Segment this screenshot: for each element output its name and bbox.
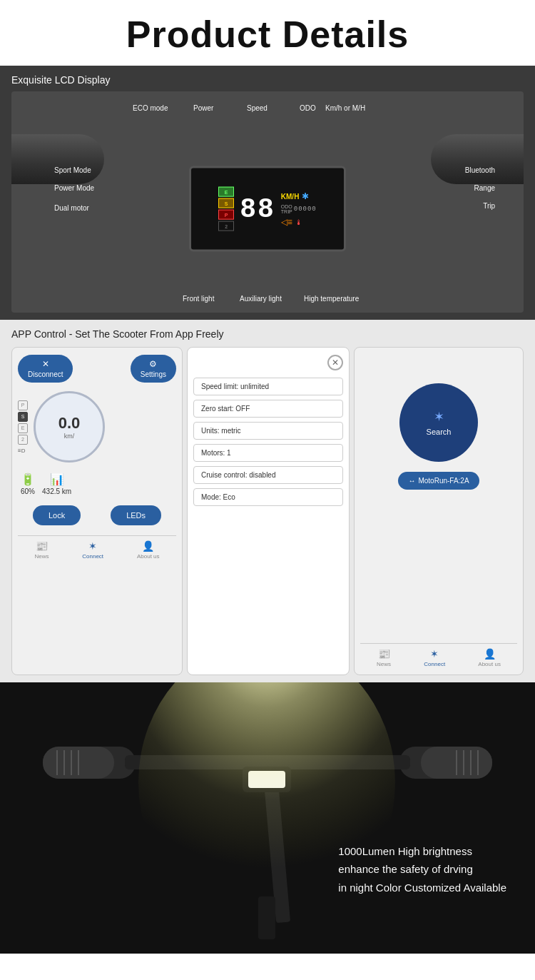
distance-stat: 📊 432.5 km <box>42 473 71 495</box>
battery-stat: 🔋 60% <box>21 473 35 495</box>
disconnect-icon: ✕ <box>42 359 49 369</box>
right-news-icon: 📰 <box>378 648 390 660</box>
lcd-section-label: Exquisite LCD Display <box>11 74 524 86</box>
ann-kmh: Km/h or M/H <box>325 104 365 112</box>
speed-unit: km/ <box>64 433 75 440</box>
handlebar-left <box>11 134 104 184</box>
battery-value: 60% <box>21 488 35 495</box>
ann-trip: Trip <box>483 202 495 210</box>
light-line1: 1000Lumen High brightness <box>338 842 506 861</box>
section-headlight: 1000Lumen High brightness enhance the sa… <box>0 682 535 954</box>
nav-connect[interactable]: ✶ Connect <box>82 540 103 560</box>
odo-label: ODOTRIP <box>281 204 292 214</box>
light-icon: ◁≡ <box>281 217 292 227</box>
mode-box-s: S <box>218 198 234 208</box>
app-section-label: APP Control - Set The Scooter From App F… <box>11 328 524 340</box>
speed-value: 0.0 <box>58 414 81 433</box>
speed-circle: 0.0 km/ <box>34 391 105 463</box>
setting-speed-limit[interactable]: Speed limit: unlimited <box>193 378 343 395</box>
lcd-mode-column: E S P 2 <box>218 187 234 231</box>
device-button[interactable]: ↔ MotoRun-FA:2A <box>398 472 479 490</box>
page-header: Product Details <box>0 0 535 66</box>
nav-news[interactable]: 📰 News <box>34 540 49 560</box>
mode-indicators: P S E 2 ≡D <box>18 400 28 454</box>
right-nav-connect-label: Connect <box>424 661 445 667</box>
svg-rect-9 <box>258 896 275 939</box>
settings-list: Speed limit: unlimited Zero start: OFF U… <box>193 378 343 506</box>
about-icon: 👤 <box>142 540 154 552</box>
disconnect-label: Disconnect <box>28 370 63 378</box>
settings-button[interactable]: ⚙ Settings <box>131 355 176 383</box>
battery-icon: 🔋 <box>21 473 35 486</box>
nav-connect-label: Connect <box>82 553 103 560</box>
close-button[interactable]: ✕ <box>327 355 343 370</box>
light-line2: enhance the safety of drving <box>338 860 506 879</box>
mode-s: S <box>18 412 28 422</box>
right-nav-news-label: News <box>377 661 391 667</box>
mode-box-e: E <box>218 187 234 197</box>
light-line3: in night Color Customized Available <box>338 879 506 897</box>
ann-power-mode: Power Mode <box>54 184 94 192</box>
ann-front-light: Front light <box>183 295 214 303</box>
section-lcd: Exquisite LCD Display E S P 2 88 KM/H ✱ <box>0 66 535 320</box>
settings-label: Settings <box>141 370 166 378</box>
right-phone-panel: ✶ Search ↔ MotoRun-FA:2A 📰 News ✶ Connec… <box>354 347 524 675</box>
right-nav-connect[interactable]: ✶ Connect <box>424 648 445 667</box>
kmh-label: KM/H <box>281 192 300 200</box>
section-app: APP Control - Set The Scooter From App F… <box>0 320 535 682</box>
ann-aux-light: Auxiliary light <box>240 295 282 303</box>
mode-p: P <box>18 400 28 410</box>
setting-cruise[interactable]: Cruise control: disabled <box>193 466 343 484</box>
lcd-speed-display: 88 <box>240 193 275 224</box>
news-icon: 📰 <box>36 540 48 552</box>
odometer-icon: 📊 <box>50 473 64 486</box>
right-nav-about[interactable]: 👤 About us <box>478 648 501 667</box>
setting-motors[interactable]: Motors: 1 <box>193 444 343 462</box>
stats-row: 🔋 60% 📊 432.5 km <box>18 473 176 495</box>
leds-button[interactable]: LEDs <box>111 505 161 525</box>
device-bt-icon: ↔ <box>408 477 415 485</box>
right-phone-nav: 📰 News ✶ Connect 👤 About us <box>360 643 517 667</box>
ann-speed: Speed <box>247 104 268 112</box>
light-content: 1000Lumen High brightness enhance the sa… <box>0 682 535 954</box>
device-name: MotoRun-FA:2A <box>418 477 469 485</box>
ann-range: Range <box>474 184 495 192</box>
ann-eco-mode: ECO mode <box>133 104 168 112</box>
ann-bluetooth: Bluetooth <box>465 166 495 174</box>
setting-units[interactable]: Units: metric <box>193 422 343 440</box>
lcd-image-area: E S P 2 88 KM/H ✱ ODOTRIP 00000 <box>11 91 524 313</box>
distance-value: 432.5 km <box>42 488 71 495</box>
ann-power: Power <box>193 104 213 112</box>
ann-odo: ODO <box>300 104 316 112</box>
page-title: Product Details <box>7 13 528 56</box>
setting-mode[interactable]: Mode: Eco <box>193 488 343 506</box>
disconnect-button[interactable]: ✕ Disconnect <box>18 355 73 383</box>
app-container: ✕ Disconnect ⚙ Settings P S E 2 ≡D 0.0 <box>11 347 524 675</box>
mode-2: 2 <box>18 435 28 445</box>
search-label: Search <box>427 428 452 436</box>
mode-e: E <box>18 423 28 433</box>
right-nav-news[interactable]: 📰 News <box>377 648 391 667</box>
mode-box-p: P <box>218 210 234 220</box>
ann-high-temp: High temperature <box>304 295 359 303</box>
lock-button[interactable]: Lock <box>33 505 81 525</box>
odo-digits: 00000 <box>294 206 317 213</box>
phone-top-buttons: ✕ Disconnect ⚙ Settings <box>18 355 176 383</box>
ann-dual-motor: Dual motor <box>54 204 89 212</box>
mode-d: ≡D <box>18 448 28 454</box>
connect-icon: ✶ <box>88 540 97 552</box>
left-phone-nav: 📰 News ✶ Connect 👤 About us <box>18 535 176 560</box>
setting-zero-start[interactable]: Zero start: OFF <box>193 400 343 418</box>
nav-news-label: News <box>34 553 49 560</box>
ann-sport-mode: Sport Mode <box>54 166 91 174</box>
close-btn-row: ✕ <box>193 355 343 370</box>
phone-bottom-buttons: Lock LEDs <box>18 505 176 525</box>
handlebar-right <box>431 134 524 184</box>
lcd-screen: E S P 2 88 KM/H ✱ ODOTRIP 00000 <box>189 166 346 252</box>
lcd-right-column: KM/H ✱ ODOTRIP 00000 ◁≡ 🌡 <box>281 191 317 227</box>
lcd-diagram: E S P 2 88 KM/H ✱ ODOTRIP 00000 <box>11 91 524 313</box>
bluetooth-search-icon: ✶ <box>434 409 444 425</box>
nav-about[interactable]: 👤 About us <box>137 540 160 560</box>
mode-box-2: 2 <box>218 221 234 231</box>
search-circle[interactable]: ✶ Search <box>399 383 478 462</box>
